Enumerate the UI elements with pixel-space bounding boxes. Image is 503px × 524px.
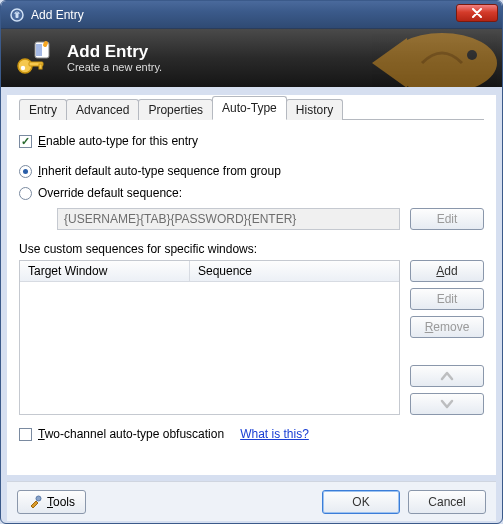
- ok-button[interactable]: OK: [322, 490, 400, 514]
- tabs: Entry Advanced Properties Auto-Type Hist…: [19, 95, 484, 120]
- what-is-this-link[interactable]: What is this?: [240, 427, 309, 441]
- window-title: Add Entry: [31, 8, 456, 22]
- header-banner: Add Entry Create a new entry.: [1, 29, 502, 87]
- content-panel: Entry Advanced Properties Auto-Type Hist…: [7, 95, 496, 475]
- override-sequence-label: Override default sequence:: [38, 186, 182, 200]
- inherit-sequence-radio[interactable]: [19, 165, 32, 178]
- svg-rect-8: [39, 64, 42, 69]
- app-icon: [9, 7, 25, 23]
- tab-history[interactable]: History: [286, 99, 343, 120]
- col-target-window[interactable]: Target Window: [20, 261, 190, 281]
- tools-button[interactable]: Tools: [17, 490, 86, 514]
- key-icon: [15, 38, 55, 78]
- tab-advanced[interactable]: Advanced: [66, 99, 139, 120]
- chevron-up-icon: [440, 370, 454, 382]
- svg-point-9: [36, 496, 41, 501]
- custom-sequences-label: Use custom sequences for specific window…: [19, 242, 484, 256]
- move-down-button[interactable]: [410, 393, 484, 415]
- svg-point-3: [467, 50, 477, 60]
- col-sequence[interactable]: Sequence: [190, 261, 399, 281]
- svg-rect-1: [16, 13, 19, 18]
- remove-button[interactable]: Remove: [410, 316, 484, 338]
- tools-icon: [28, 495, 42, 509]
- chevron-down-icon: [440, 398, 454, 410]
- edit-custom-button[interactable]: Edit: [410, 288, 484, 310]
- edit-sequence-button[interactable]: Edit: [410, 208, 484, 230]
- close-button[interactable]: [456, 4, 498, 22]
- add-button[interactable]: Add: [410, 260, 484, 282]
- two-channel-obfuscation-checkbox[interactable]: [19, 428, 32, 441]
- tab-auto-type[interactable]: Auto-Type: [212, 96, 287, 120]
- titlebar: Add Entry: [1, 1, 502, 29]
- enable-autotype-checkbox[interactable]: [19, 135, 32, 148]
- inherit-sequence-label: Inherit default auto-type sequence from …: [38, 164, 281, 178]
- svg-point-6: [21, 66, 25, 70]
- tab-entry[interactable]: Entry: [19, 99, 67, 120]
- enable-autotype-label: Enable auto-type for this entry: [38, 134, 198, 148]
- default-sequence-input: [57, 208, 400, 230]
- override-sequence-radio[interactable]: [19, 187, 32, 200]
- dialog-footer: Tools OK Cancel: [7, 481, 496, 521]
- tab-properties[interactable]: Properties: [138, 99, 213, 120]
- header-title: Add Entry: [67, 43, 162, 62]
- move-up-button[interactable]: [410, 365, 484, 387]
- two-channel-obfuscation-label: Two-channel auto-type obfuscation: [38, 427, 224, 441]
- header-subtitle: Create a new entry.: [67, 61, 162, 73]
- cancel-button[interactable]: Cancel: [408, 490, 486, 514]
- custom-sequences-table[interactable]: Target Window Sequence: [19, 260, 400, 415]
- decorative-fish-icon: [352, 29, 502, 87]
